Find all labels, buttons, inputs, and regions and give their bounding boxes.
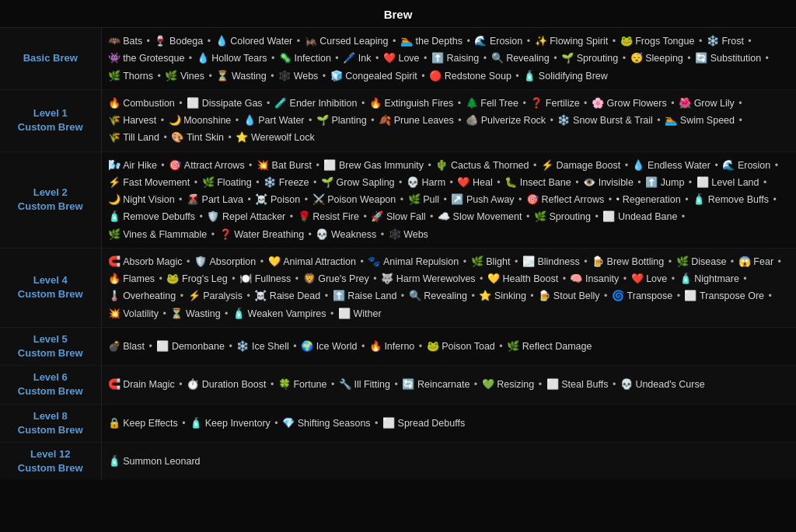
brew-item-icon: 👁️ — [583, 176, 599, 188]
separator: • — [245, 194, 253, 205]
brew-item-name: Congealed Spirit — [345, 71, 417, 82]
brew-row: Level 5 Custom Brew💣 Blast • ⬜ Demonbane… — [0, 327, 796, 365]
brew-item-icon: ⬜ — [696, 176, 712, 188]
page-title: Brew — [0, 0, 796, 28]
brew-item: 🌱 Planting — [316, 115, 367, 126]
brew-item: ⚡ Fast Movement — [108, 177, 190, 188]
brew-item-icon: ⬆️ — [645, 176, 661, 188]
brew-item: 💥 Bat Burst — [257, 160, 312, 171]
brew-item-icon: 🌾 — [108, 131, 124, 143]
separator: • — [244, 290, 253, 301]
separator: • — [197, 211, 205, 222]
separator: • — [305, 229, 314, 240]
brew-item-name: Blast — [123, 341, 145, 352]
brew-item-icon: 💛 — [487, 273, 503, 284]
separator: • — [329, 379, 337, 390]
brew-item: 🌋 Part Lava — [187, 194, 243, 205]
brew-item-name: Steal Buffs — [561, 379, 608, 390]
brew-item-icon: 🌿 — [534, 210, 550, 222]
separator: • — [685, 53, 693, 64]
brew-item-icon: ❄️ — [557, 114, 573, 126]
separator: • — [686, 177, 694, 188]
brew-item-icon: 🐛 — [504, 176, 520, 188]
brew-item-name: Harvest — [123, 115, 156, 126]
separator: • — [358, 341, 367, 352]
brew-item-name: Heal — [473, 177, 493, 188]
separator: • — [156, 273, 165, 284]
brew-item: 🪨 Pulverize Rock — [466, 115, 546, 126]
brew-item-icon: 💎 — [282, 417, 298, 429]
brew-item: 🐸 Poison Toad — [427, 341, 495, 352]
brew-item: 🌲 Fell Tree — [466, 98, 518, 109]
brew-item: 💀 Weakness — [316, 229, 376, 240]
brew-item: 🧠 Insanity — [570, 273, 619, 284]
separator: • — [712, 160, 721, 171]
brew-item-icon: ⚔️ — [312, 193, 328, 205]
separator: • — [528, 290, 536, 301]
separator: • — [358, 256, 366, 267]
separator: • — [669, 273, 677, 284]
brew-item-icon: 🔧 — [339, 378, 354, 390]
brew-item: 🦇 Bats — [108, 36, 143, 47]
brew-item: 🌀 Transpose — [612, 290, 672, 301]
separator: • — [161, 132, 169, 143]
brew-item-icon: 🌫️ — [522, 256, 538, 267]
brew-item-icon: 🌹 — [298, 210, 313, 222]
brew-label: Level 2 Custom Brew — [0, 151, 101, 248]
brew-item-name: Animal Repulsion — [383, 256, 459, 267]
brew-content: 🌬️ Air Hike • 🎯 Attract Arrows • 💥 Bat B… — [101, 151, 796, 248]
brew-item: ⭐ Sinking — [479, 290, 526, 301]
separator: • — [513, 71, 522, 82]
separator: • — [592, 211, 601, 222]
brew-item-icon: 🐸 — [620, 35, 636, 47]
brew-item-icon: 🌊 — [722, 159, 738, 171]
separator: • — [372, 418, 381, 429]
brew-item-name: Duration Boost — [202, 379, 267, 390]
brew-item-icon: ❓ — [530, 97, 546, 109]
brew-item-name: Brew Bottling — [607, 256, 665, 267]
separator: • — [378, 229, 386, 240]
brew-item-name: Demonbane — [172, 341, 225, 352]
separator: • — [494, 177, 503, 188]
brew-item: ⚡ Paralysis — [188, 290, 243, 301]
brew-label: Basic Brew — [0, 28, 101, 89]
brew-item-icon: ☠️ — [255, 193, 271, 205]
separator: • — [497, 341, 505, 352]
brew-item: 💎 Shifting Seasons — [282, 418, 370, 429]
brew-item-name: Resizing — [497, 379, 534, 390]
brew-item-name: Reflect Arrows — [542, 194, 605, 205]
brew-item-icon: 🔍 — [491, 52, 507, 64]
separator: • — [635, 177, 644, 188]
brew-item: 🌿 Thorns — [108, 71, 154, 82]
separator: • — [441, 194, 449, 205]
brew-item-name: Poison Weapon — [327, 194, 396, 205]
brew-item: ☠️ Poison — [255, 194, 300, 205]
separator: • — [292, 273, 301, 284]
brew-item: 🧲 Drain Magic — [108, 379, 175, 390]
brew-item-name: Tint Skin — [187, 132, 224, 143]
separator: • — [390, 36, 399, 47]
brew-item-name: Fast Movement — [123, 177, 190, 188]
brew-item-icon: ⬆️ — [333, 290, 348, 301]
brew-item: 🔥 Inferno — [369, 341, 415, 352]
brew-item: 🌿 Vines & Flammable — [108, 229, 208, 240]
brew-item-name: Redstone Soup — [445, 71, 511, 82]
brew-item-name: Blight — [486, 256, 510, 267]
brew-item: ❤️ Heal — [457, 177, 492, 188]
brew-item-name: Absorption — [210, 256, 257, 267]
brew-item-icon: ⬜ — [338, 308, 354, 319]
brew-item-icon: 🌲 — [466, 97, 481, 109]
brew-item-icon: 🌿 — [408, 193, 424, 205]
brew-item-icon: 🌿 — [108, 228, 124, 240]
brew-item-icon: 🌀 — [612, 290, 627, 301]
brew-item: 🍂 Prune Leaves — [379, 115, 454, 126]
brew-item-icon: ⬜ — [323, 159, 339, 171]
brew-item-icon: 🦠 — [279, 52, 295, 64]
brew-item: 🧴 Summon Leonard — [108, 456, 201, 467]
brew-item-name: Cactus & Thorned — [451, 160, 529, 171]
brew-item-name: Fertilize — [546, 98, 580, 109]
brew-item: 🧴 Solidifying Brew — [523, 71, 608, 82]
brew-item-name: Harm — [422, 177, 446, 188]
brew-item: ⏱️ Duration Boost — [187, 379, 266, 390]
brew-item: 🔥 Extinguish Fires — [369, 98, 454, 109]
